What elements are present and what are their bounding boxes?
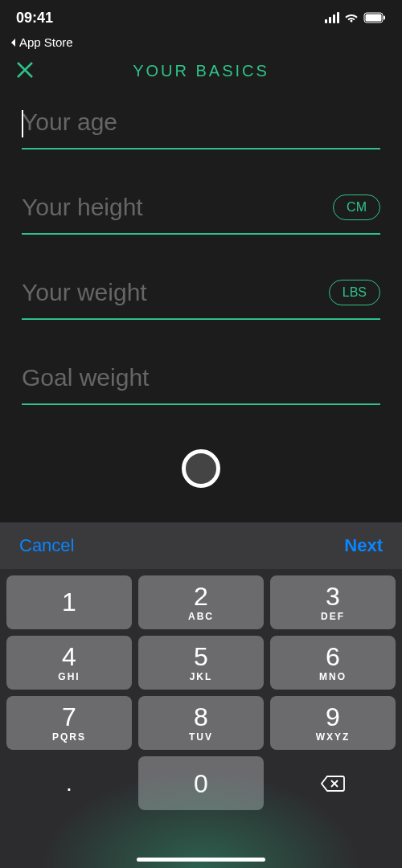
- key-letters: PQRS: [52, 731, 86, 743]
- progress-circle-icon: [182, 449, 220, 488]
- back-app-label: App Store: [19, 35, 73, 49]
- height-field-row: CM: [22, 194, 380, 235]
- svg-rect-1: [366, 14, 382, 22]
- numeric-keypad: 1 2 ABC 3 DEF 4 GHI 5 JKL 6 MNO 7 PQRS 8: [0, 569, 402, 868]
- key-digit: 3: [326, 583, 340, 609]
- height-unit-toggle[interactable]: CM: [333, 194, 380, 220]
- status-bar: 09:41: [0, 0, 402, 35]
- key-digit: 8: [194, 704, 208, 730]
- key-7[interactable]: 7 PQRS: [6, 696, 132, 750]
- key-letters: ABC: [188, 611, 214, 622]
- key-letters: JKL: [190, 671, 213, 682]
- key-letters: DEF: [321, 611, 345, 622]
- key-4[interactable]: 4 GHI: [6, 636, 132, 690]
- key-letters: WXYZ: [316, 731, 351, 743]
- cancel-button[interactable]: Cancel: [19, 535, 74, 556]
- key-digit: 2: [194, 583, 208, 609]
- key-digit: .: [66, 772, 72, 795]
- next-button[interactable]: Next: [344, 535, 383, 556]
- key-digit: 4: [62, 644, 76, 669]
- key-6[interactable]: 6 MNO: [270, 636, 396, 690]
- key-digit: 6: [326, 644, 340, 669]
- age-input[interactable]: [22, 108, 380, 136]
- wifi-icon: [344, 12, 359, 23]
- key-digit: 0: [194, 771, 208, 796]
- key-letters: TUV: [189, 731, 213, 743]
- weight-field-row: LBS: [22, 279, 380, 320]
- weight-unit-toggle[interactable]: LBS: [329, 280, 380, 305]
- key-digit: 9: [326, 704, 340, 730]
- page-title: YOUR BASICS: [133, 62, 269, 80]
- key-dot[interactable]: .: [6, 756, 132, 810]
- battery-icon: [363, 12, 386, 23]
- back-to-app-link[interactable]: App Store: [0, 35, 402, 49]
- weight-input[interactable]: [22, 279, 329, 306]
- key-digit: 7: [62, 704, 76, 730]
- key-letters: GHI: [58, 671, 80, 682]
- key-0[interactable]: 0: [138, 756, 264, 810]
- cellular-signal-icon: [325, 12, 339, 23]
- home-indicator[interactable]: [137, 858, 265, 862]
- svg-rect-2: [384, 16, 385, 20]
- height-input[interactable]: [22, 194, 333, 221]
- header: YOUR BASICS: [0, 49, 402, 92]
- close-icon: [16, 61, 34, 79]
- keyboard-accessory-bar: Cancel Next: [0, 522, 402, 569]
- close-button[interactable]: [16, 59, 34, 83]
- status-time: 09:41: [16, 10, 53, 27]
- back-chevron-icon: [10, 38, 16, 47]
- age-field-row: [22, 108, 380, 149]
- status-icons: [325, 12, 386, 23]
- key-5[interactable]: 5 JKL: [138, 636, 264, 690]
- form-area: CM LBS: [0, 92, 402, 405]
- key-digit: 5: [194, 644, 208, 669]
- goal-field-row: [22, 364, 380, 405]
- key-3[interactable]: 3 DEF: [270, 575, 396, 629]
- backspace-icon: [321, 775, 345, 792]
- text-cursor: [22, 110, 23, 137]
- key-letters: MNO: [319, 671, 347, 682]
- goal-input[interactable]: [22, 364, 380, 391]
- key-digit: 1: [62, 589, 76, 615]
- key-2[interactable]: 2 ABC: [138, 575, 264, 629]
- key-9[interactable]: 9 WXYZ: [270, 696, 396, 750]
- key-8[interactable]: 8 TUV: [138, 696, 264, 750]
- key-backspace[interactable]: [270, 756, 396, 810]
- key-1[interactable]: 1: [6, 575, 132, 629]
